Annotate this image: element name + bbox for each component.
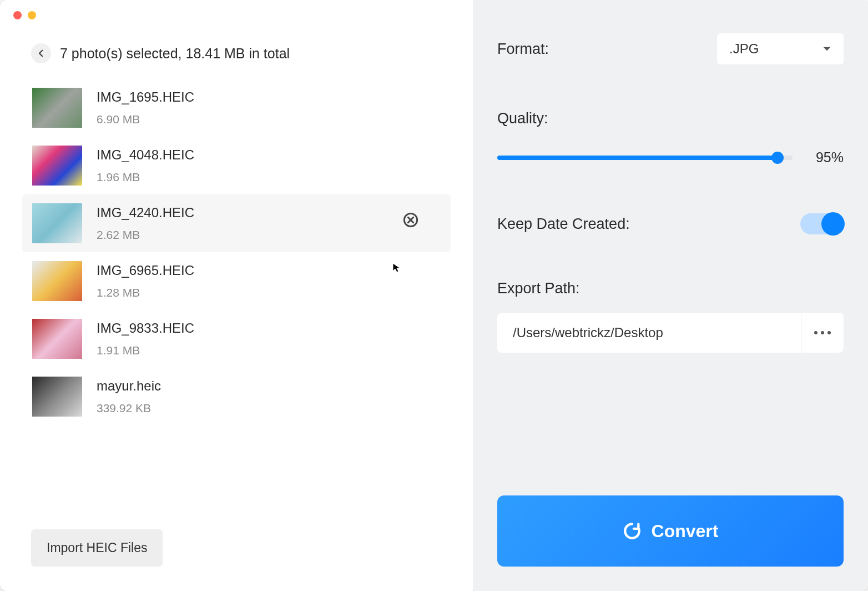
file-size: 1.28 MB (97, 286, 194, 299)
file-thumbnail (32, 88, 82, 128)
file-size: 1.91 MB (97, 344, 194, 357)
file-size: 6.90 MB (97, 113, 194, 126)
file-list: IMG_1695.HEIC6.90 MBIMG_4048.HEIC1.96 MB… (0, 79, 473, 514)
file-thumbnail (32, 203, 82, 243)
quality-slider-row: 95% (497, 149, 844, 166)
file-info: IMG_4240.HEIC2.62 MB (97, 205, 194, 242)
quality-slider-fill (497, 156, 778, 160)
titlebar (0, 0, 868, 30)
file-thumbnail (32, 261, 82, 301)
quality-row: Quality: 95% (497, 110, 844, 166)
exportpath-row: Export Path: /Users/webtrickz/Desktop (497, 280, 844, 353)
left-panel: 7 photo(s) selected, 18.41 MB in total I… (0, 0, 473, 591)
header-row: 7 photo(s) selected, 18.41 MB in total (0, 43, 473, 79)
window-close-button[interactable] (13, 11, 22, 19)
quality-slider-thumb[interactable] (771, 152, 784, 164)
file-info: mayur.heic339.92 KB (97, 378, 161, 415)
ellipsis-icon (814, 331, 831, 334)
keepdate-toggle[interactable] (800, 213, 844, 234)
file-name: IMG_4048.HEIC (97, 147, 194, 163)
quality-slider[interactable] (497, 156, 793, 160)
file-info: IMG_4048.HEIC1.96 MB (97, 147, 194, 184)
chevron-down-icon (822, 46, 831, 52)
file-item[interactable]: IMG_1695.HEIC6.90 MB (22, 79, 451, 137)
back-button[interactable] (31, 43, 51, 63)
exportpath-label: Export Path: (497, 280, 844, 297)
file-info: IMG_1695.HEIC6.90 MB (97, 89, 194, 126)
format-select[interactable]: .JPG (717, 33, 844, 64)
exportpath-field: /Users/webtrickz/Desktop (497, 313, 844, 353)
selection-summary: 7 photo(s) selected, 18.41 MB in total (60, 46, 290, 62)
window-minimize-button[interactable] (28, 11, 36, 19)
file-name: IMG_1695.HEIC (97, 89, 194, 105)
refresh-icon (623, 522, 642, 540)
keepdate-label: Keep Date Created: (497, 216, 630, 233)
remove-file-button[interactable] (403, 212, 418, 228)
keepdate-row: Keep Date Created: (497, 213, 844, 234)
format-row: Format: .JPG (497, 33, 844, 64)
app-window: 7 photo(s) selected, 18.41 MB in total I… (0, 0, 868, 591)
format-value: .JPG (729, 41, 759, 57)
file-name: IMG_9833.HEIC (97, 320, 194, 336)
settings-panel: Format: .JPG Quality: 95% Keep Date Crea… (473, 0, 868, 591)
file-name: IMG_4240.HEIC (97, 205, 194, 221)
file-size: 339.92 KB (97, 402, 161, 415)
format-label: Format: (497, 41, 549, 58)
file-size: 2.62 MB (97, 228, 194, 242)
exportpath-value: /Users/webtrickz/Desktop (497, 313, 801, 353)
file-item[interactable]: IMG_6965.HEIC1.28 MB (22, 252, 451, 310)
file-thumbnail (32, 319, 82, 359)
file-item[interactable]: IMG_4048.HEIC1.96 MB (22, 137, 451, 194)
toggle-knob (821, 212, 845, 236)
file-name: mayur.heic (97, 378, 161, 394)
file-thumbnail (32, 377, 82, 417)
convert-button-label: Convert (652, 521, 719, 542)
import-heic-button[interactable]: Import HEIC Files (31, 529, 163, 567)
file-info: IMG_9833.HEIC1.91 MB (97, 320, 194, 357)
browse-button[interactable] (801, 313, 844, 353)
file-thumbnail (32, 146, 82, 186)
quality-value: 95% (810, 149, 844, 166)
file-item[interactable]: IMG_4240.HEIC2.62 MB (22, 194, 451, 252)
file-size: 1.96 MB (97, 171, 194, 184)
x-circle-icon (403, 212, 418, 228)
file-item[interactable]: mayur.heic339.92 KB (22, 368, 451, 425)
convert-button[interactable]: Convert (497, 495, 844, 567)
file-item[interactable]: IMG_9833.HEIC1.91 MB (22, 310, 451, 368)
chevron-left-icon (36, 48, 46, 58)
quality-label: Quality: (497, 110, 844, 127)
file-info: IMG_6965.HEIC1.28 MB (97, 263, 194, 299)
file-name: IMG_6965.HEIC (97, 263, 194, 278)
